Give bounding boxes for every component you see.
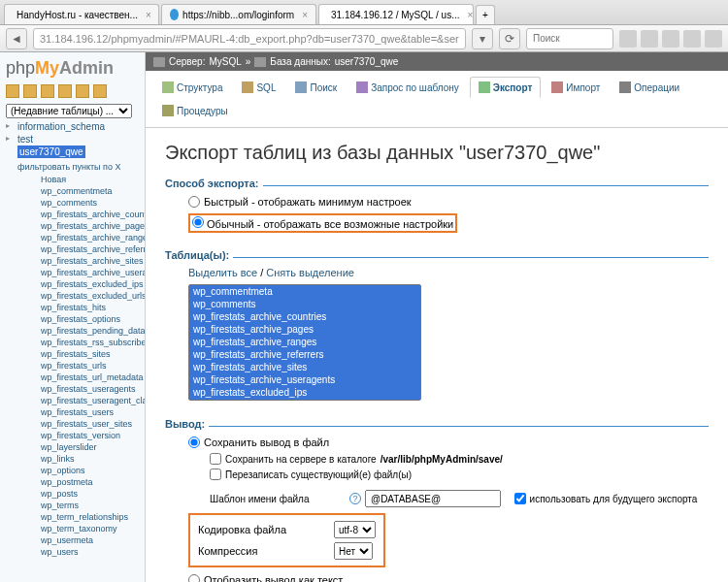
tools-icon[interactable] [705, 30, 722, 48]
table-node[interactable]: wp_terms [14, 500, 145, 511]
help-icon[interactable]: ? [349, 493, 361, 504]
field-label: Шаблон имени файла [210, 494, 346, 504]
close-icon[interactable]: × [468, 10, 474, 20]
tab-sql[interactable]: SQL [233, 77, 284, 98]
table-node[interactable]: wp_firestats_urls [14, 360, 145, 372]
new-tab-button[interactable]: + [476, 5, 495, 24]
tab-procedures[interactable]: Процедуры [153, 100, 237, 121]
tab-export[interactable]: Экспорт [470, 77, 542, 98]
tab-label: https://nibb...om/loginform [182, 10, 294, 20]
close-icon[interactable]: × [302, 10, 308, 20]
tab-query[interactable]: Запрос по шаблону [347, 77, 468, 98]
sidebar: phpMyAdmin (Недавние таблицы) ... inform… [0, 52, 146, 582]
table-node[interactable]: wp_postmeta [14, 476, 145, 488]
table-node[interactable]: wp_firestats_user_sites [14, 418, 145, 430]
db-node[interactable]: test [0, 133, 145, 146]
table-node[interactable]: wp_firestats_archive_useragents [14, 267, 145, 278]
star-icon[interactable] [683, 30, 701, 48]
table-node[interactable]: wp_firestats_archive_ranges [14, 232, 145, 243]
table-node[interactable]: wp_firestats_archive_pages [14, 220, 145, 232]
table-node[interactable]: wp_firestats_url_metadata [14, 372, 145, 383]
sql-icon[interactable] [41, 84, 54, 98]
docs-icon[interactable] [58, 84, 72, 98]
breadcrumb-db[interactable]: user7370_qwe [335, 56, 399, 67]
browser-search[interactable] [526, 28, 613, 49]
tab-import[interactable]: Импорт [543, 77, 609, 98]
save-server-checkbox[interactable] [210, 453, 221, 465]
as-text-radio[interactable] [188, 574, 200, 582]
browser-tab[interactable]: https://nibb...om/loginform× [161, 4, 316, 24]
close-icon[interactable]: × [146, 10, 151, 20]
table-node[interactable]: wp_firestats_archive_countries [14, 209, 145, 220]
table-node[interactable]: wp_term_relationships [14, 511, 145, 523]
table-node[interactable]: wp_firestats_sites [14, 348, 145, 360]
table-node[interactable]: wp_term_taxonomy [14, 523, 145, 534]
option-label: Сохранить на сервере в каталоге [225, 454, 377, 465]
table-node[interactable]: wp_usermeta [14, 534, 145, 546]
table-node[interactable]: wp_firestats_archive_referrers [14, 243, 145, 255]
table-node[interactable]: wp_options [14, 465, 145, 476]
table-node[interactable]: wp_links [14, 453, 145, 465]
table-node[interactable]: wp_layerslider [14, 441, 145, 453]
db-node[interactable]: information_schema [0, 120, 145, 133]
breadcrumb-label: Сервер: [169, 56, 205, 67]
logo-php: php [6, 58, 35, 78]
table-node[interactable]: wp_firestats_useragent_classes [14, 395, 145, 406]
save-file-radio[interactable] [188, 436, 200, 448]
recent-tables-select[interactable]: (Недавние таблицы) ... [6, 104, 132, 118]
tab-operations[interactable]: Операции [611, 77, 688, 98]
table-node[interactable]: wp_comments [14, 197, 145, 209]
method-quick-radio[interactable] [188, 196, 200, 208]
new-table-link[interactable]: Новая [14, 174, 145, 185]
table-node[interactable]: wp_firestats_excluded_ips [14, 278, 145, 290]
table-node[interactable]: wp_firestats_pending_data [14, 325, 145, 337]
browser-tab[interactable]: HandyHost.ru - качествен...× [4, 4, 159, 24]
table-node[interactable]: wp_firestats_hits [14, 302, 145, 313]
reload-icon[interactable] [93, 84, 107, 98]
home-icon[interactable] [6, 84, 19, 98]
browser-tab-active[interactable]: 31.184.196.12 / MySQL / us...× [318, 4, 474, 24]
table-node[interactable]: wp_users [14, 546, 145, 558]
tab-structure[interactable]: Структура [153, 77, 231, 98]
grid-icon[interactable] [662, 30, 679, 48]
future-checkbox[interactable] [514, 493, 526, 504]
tab-search[interactable]: Поиск [286, 77, 346, 98]
select-all-link[interactable]: Выделить все [188, 267, 257, 278]
table-node[interactable]: wp_firestats_excluded_urls [14, 290, 145, 302]
method-custom-radio[interactable] [192, 216, 204, 228]
table-node[interactable]: wp_firestats_rss_subscribers [14, 337, 145, 348]
unselect-all-link[interactable]: Снять выделение [266, 267, 354, 278]
db-node-selected[interactable]: user7370_qwe [17, 146, 85, 158]
import-icon [551, 81, 563, 93]
breadcrumb-server[interactable]: MySQL [209, 56, 241, 67]
tables-multiselect[interactable]: wp_commentmetawp_commentswp_firestats_ar… [188, 284, 421, 401]
db-tree: information_schema test user7370_qwe фил… [0, 120, 145, 558]
reload-button[interactable]: ⟳ [499, 28, 520, 49]
table-node[interactable]: wp_firestats_users [14, 406, 145, 418]
back-button[interactable]: ◄ [6, 28, 27, 49]
filter-row[interactable]: фильтровать пункты по X [14, 160, 145, 174]
section-legend: Таблица(ы): [165, 249, 233, 265]
url-input[interactable] [33, 28, 466, 49]
home-icon[interactable] [641, 30, 658, 48]
breadcrumb: Сервер: MySQL » База данных: user7370_qw… [146, 52, 728, 71]
page-title: Экспорт таблиц из базы данных "user7370_… [165, 142, 709, 164]
filename-template-input[interactable] [365, 490, 501, 507]
settings-icon[interactable] [76, 84, 89, 98]
tab-label: 31.184.196.12 / MySQL / us... [331, 10, 460, 20]
overwrite-checkbox[interactable] [210, 469, 221, 480]
table-icon [162, 81, 174, 93]
table-node[interactable]: wp_firestats_useragents [14, 383, 145, 395]
dropdown-button[interactable]: ▾ [472, 28, 493, 49]
table-node[interactable]: wp_commentmeta [14, 185, 145, 197]
logout-icon[interactable] [23, 84, 37, 98]
cloud-icon[interactable] [619, 30, 637, 48]
compression-select[interactable]: Нет [334, 542, 373, 560]
table-node[interactable]: wp_firestats_archive_sites [14, 255, 145, 267]
table-node[interactable]: wp_firestats_options [14, 313, 145, 325]
favicon [170, 9, 179, 20]
table-node[interactable]: wp_posts [14, 488, 145, 500]
tab-bar: Структура SQL Поиск Запрос по шаблону Эк… [146, 71, 728, 128]
encoding-select[interactable]: utf-8 [334, 521, 376, 538]
table-node[interactable]: wp_firestats_version [14, 430, 145, 441]
